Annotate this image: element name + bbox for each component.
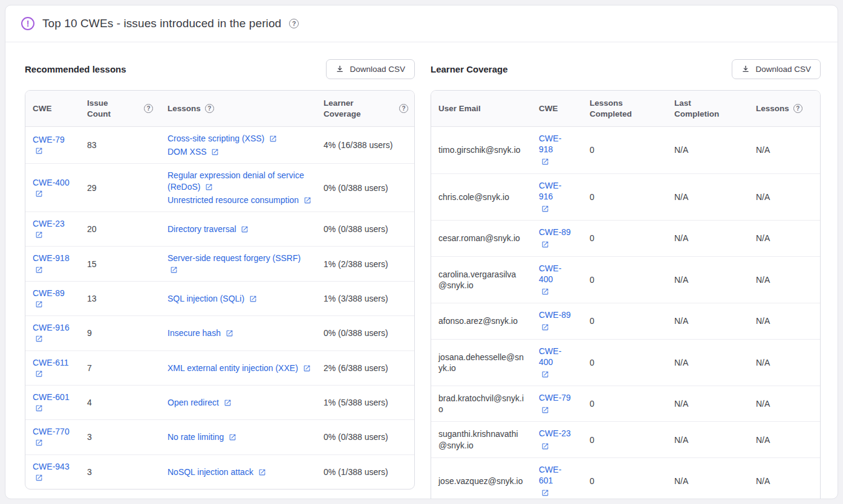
external-link-icon: [33, 438, 43, 447]
cwe-link[interactable]: CWE-79: [539, 393, 575, 415]
learner-download-csv-button[interactable]: Download CSV: [732, 59, 821, 79]
learner-coverage-cell: 0% (0/388 users): [316, 164, 415, 212]
lesson-link[interactable]: Regular expression denial of service (Re…: [168, 170, 304, 191]
col-header-last-completion: Last Completion: [667, 91, 749, 127]
lessons-help-icon[interactable]: ?: [205, 104, 214, 113]
external-link-icon: [33, 369, 43, 378]
lessons-cell: XML external entity injection (XXE): [160, 351, 316, 385]
lessons-cell: N/A: [749, 173, 820, 221]
learner-coverage-section: Learner Coverage Download CSV User Email…: [431, 58, 821, 499]
issue-count-help-icon[interactable]: ?: [144, 104, 153, 113]
last-completion-cell: N/A: [667, 127, 749, 174]
lesson-link[interactable]: DOM XSS: [168, 147, 219, 157]
cwe-link[interactable]: CWE-400: [539, 346, 575, 380]
learner-coverage-table: User Email CWE Lessons Completed Last Co…: [431, 91, 820, 499]
external-link-icon: [33, 299, 43, 309]
lesson-link[interactable]: No rate limiting: [168, 432, 236, 442]
cwe-link[interactable]: CWE-400: [33, 178, 70, 198]
cwe-label: CWE-916: [539, 181, 561, 201]
external-link-icon: [299, 195, 311, 205]
recommended-heading: Recommended lessons: [25, 64, 126, 74]
cwe-link[interactable]: CWE-770: [33, 427, 70, 447]
lesson-line: Insecure hash: [168, 328, 313, 338]
cwe-link[interactable]: CWE-23: [33, 219, 65, 239]
cwe-link[interactable]: CWE-918: [539, 134, 575, 167]
col-header-issue-count: Issue Count?: [80, 91, 160, 127]
card-header: ! Top 10 CWEs - issues introduced in the…: [5, 5, 838, 42]
cwe-cell: CWE-400: [532, 256, 582, 303]
lesson-label: Cross-site scripting (XSS): [168, 134, 264, 143]
lesson-link[interactable]: NoSQL injection attack: [168, 467, 266, 477]
issue-count-cell: 15: [80, 247, 160, 281]
cwe-link[interactable]: CWE-918: [33, 253, 70, 274]
cwe-cell: CWE-916: [532, 173, 582, 221]
external-link-icon: [219, 398, 232, 407]
cwe-link[interactable]: CWE-943: [33, 462, 70, 482]
lessons-cell: N/A: [749, 422, 820, 457]
lesson-link[interactable]: XML external entity injection (XXE): [168, 363, 311, 373]
cwe-label: CWE-23: [33, 219, 65, 228]
lessons-cell: No rate limiting: [160, 420, 316, 454]
lessons-completed-cell: 0: [582, 339, 667, 386]
table-row: CWE-23 20Directory traversal 0% (0/388 u…: [25, 212, 415, 247]
lesson-label: Directory traversal: [168, 224, 236, 234]
cwe-label: CWE-400: [539, 263, 561, 284]
cwe-link[interactable]: CWE-916: [33, 323, 70, 343]
recommended-download-csv-button[interactable]: Download CSV: [326, 59, 415, 79]
external-link-icon: [539, 156, 575, 167]
external-link-icon: [539, 404, 575, 415]
learner-coverage-cell: 1% (3/388 users): [316, 281, 415, 315]
cwe-link[interactable]: CWE-601: [539, 465, 575, 499]
cwe-link[interactable]: CWE-400: [539, 263, 575, 297]
user-email-cell: carolina.vergarasilva@snyk.io: [431, 256, 532, 303]
learner-coverage-cell: 0% (0/388 users): [316, 420, 415, 454]
issue-count-cell: 4: [80, 385, 160, 419]
cwe-label: CWE-916: [33, 323, 70, 332]
title-help-icon[interactable]: ?: [289, 19, 299, 28]
lesson-link[interactable]: SQL injection (SQLi): [168, 294, 257, 303]
lesson-label: Open redirect: [168, 398, 219, 407]
cwe-cell: CWE-601: [25, 385, 80, 419]
cwe-cell: CWE-918: [532, 127, 582, 174]
external-link-icon: [264, 134, 277, 143]
lessons-cell: Directory traversal: [160, 212, 316, 247]
lesson-link[interactable]: Server-side request forgery (SSRF): [168, 253, 301, 274]
cwe-label: CWE-601: [539, 465, 561, 485]
lesson-link[interactable]: Unrestricted resource consumption: [168, 195, 311, 205]
table-row: cesar.roman@snyk.ioCWE-89 0N/AN/A: [431, 221, 820, 256]
lesson-link[interactable]: Directory traversal: [168, 224, 249, 234]
lesson-link[interactable]: Cross-site scripting (XSS): [168, 134, 277, 143]
coverage-help-icon[interactable]: ?: [399, 104, 408, 113]
lessons-cell: SQL injection (SQLi): [160, 281, 316, 315]
issue-count-cell: 3: [80, 454, 160, 489]
learner-coverage-cell: 1% (5/388 users): [316, 385, 415, 419]
lesson-link[interactable]: Insecure hash: [168, 328, 233, 338]
cwe-link[interactable]: CWE-916: [539, 181, 575, 215]
cwe-link[interactable]: CWE-79: [33, 135, 65, 155]
cwe-label: CWE-400: [539, 346, 561, 367]
cwe-link[interactable]: CWE-601: [33, 392, 70, 413]
cwe-link[interactable]: CWE-89: [33, 288, 65, 309]
col-header-lessons: Lessons?: [160, 91, 316, 127]
lessons-completed-cell: 0: [582, 173, 667, 221]
cwe-cell: CWE-89: [532, 303, 582, 339]
table-row: chris.cole@snyk.ioCWE-916 0N/AN/A: [431, 173, 820, 221]
table-row: CWE-89 13SQL injection (SQLi) 1% (3/388 …: [25, 281, 415, 315]
cwe-cell: CWE-400: [25, 164, 80, 212]
cwe-link[interactable]: CWE-23: [539, 428, 575, 451]
external-link-icon: [33, 146, 43, 155]
lesson-line: DOM XSS: [168, 146, 313, 157]
external-link-icon: [207, 147, 220, 157]
cwe-link[interactable]: CWE-89: [539, 227, 575, 250]
cwe-label: CWE-918: [33, 253, 70, 263]
cwe-cell: CWE-943: [25, 454, 80, 489]
lesson-label: NoSQL injection attack: [168, 467, 253, 477]
cwe-link[interactable]: CWE-611: [33, 358, 69, 378]
lessons-help-icon[interactable]: ?: [793, 104, 802, 113]
lessons-cell: N/A: [749, 339, 820, 386]
cwe-label: CWE-943: [33, 462, 70, 471]
lesson-link[interactable]: Open redirect: [168, 398, 232, 407]
page-title: Top 10 CWEs - issues introduced in the p…: [42, 17, 281, 30]
cwe-link[interactable]: CWE-89: [539, 310, 575, 332]
lessons-completed-cell: 0: [582, 303, 667, 339]
